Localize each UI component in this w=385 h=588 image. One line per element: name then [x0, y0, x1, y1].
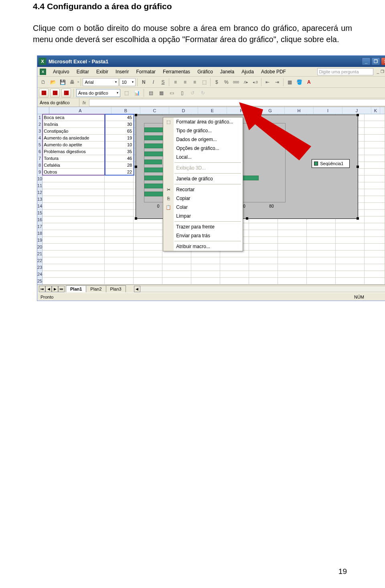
cell[interactable]	[43, 182, 105, 189]
cell[interactable]	[307, 244, 336, 251]
row-header[interactable]: 18	[37, 230, 43, 237]
cell[interactable]	[134, 278, 162, 285]
cell[interactable]	[43, 271, 105, 278]
cell[interactable]: Aumento da ansiedade	[43, 135, 105, 141]
cm-format-area[interactable]: ⬚Formatar área do gráfico...	[163, 117, 243, 126]
cell[interactable]	[162, 251, 191, 257]
tab-nav-first-icon[interactable]: ⏮	[39, 286, 45, 292]
cell[interactable]: Problemas digestivos	[43, 148, 105, 155]
cell[interactable]	[43, 223, 105, 230]
cm-copy[interactable]: ⎘Copiar	[163, 194, 243, 203]
doc-minimize-button[interactable]: _	[377, 69, 379, 74]
by-column-icon[interactable]: ▯	[178, 89, 186, 97]
sheet-tab-plan3[interactable]: Plan3	[106, 285, 126, 292]
row-header[interactable]: 2	[37, 121, 43, 128]
cell[interactable]	[365, 251, 385, 257]
cell[interactable]	[134, 264, 162, 271]
cell[interactable]	[307, 278, 336, 285]
cell[interactable]	[365, 230, 385, 237]
cm-chart-options[interactable]: Opções de gráfico...	[163, 144, 243, 153]
menu-exibir[interactable]: Exibir	[93, 68, 112, 76]
tab-nav-last-icon[interactable]: ⏭	[58, 286, 65, 292]
menu-adobe-pdf[interactable]: Adobe PDF	[257, 68, 290, 76]
row-header[interactable]: 23	[37, 264, 43, 271]
menu-arquivo[interactable]: Arquivo	[49, 68, 73, 76]
cell[interactable]	[43, 244, 105, 251]
sheet-tab-plan2[interactable]: Plan2	[86, 285, 106, 292]
cell[interactable]	[162, 271, 191, 278]
cm-location[interactable]: Local...	[163, 153, 243, 162]
cell[interactable]	[43, 210, 105, 216]
row-header[interactable]: 4	[37, 135, 43, 141]
cell[interactable]	[105, 176, 134, 182]
cell[interactable]: 22	[105, 169, 134, 176]
row-header[interactable]: 22	[37, 257, 43, 264]
font-name-select[interactable]: Arial▾	[83, 78, 119, 86]
thousands-icon[interactable]: 000	[231, 78, 240, 87]
col-header-k[interactable]: K	[371, 107, 380, 114]
bold-icon[interactable]: N	[139, 78, 148, 87]
row-header[interactable]: 7	[37, 155, 43, 162]
chart-legend[interactable]: Seqüência1	[312, 159, 350, 168]
cell[interactable]	[336, 223, 365, 230]
cell[interactable]	[336, 257, 365, 264]
cell[interactable]	[365, 203, 385, 210]
font-size-select[interactable]: 10▾	[120, 78, 136, 86]
workbook-icon[interactable]: X	[40, 69, 46, 75]
menu-inserir[interactable]: Inserir	[112, 68, 132, 76]
cell[interactable]	[134, 237, 162, 244]
cell[interactable]	[43, 176, 105, 182]
cell[interactable]	[307, 251, 336, 257]
cell[interactable]	[336, 271, 365, 278]
cell[interactable]	[365, 278, 385, 285]
cell[interactable]	[365, 196, 385, 203]
row-header[interactable]: 13	[37, 196, 43, 203]
cell[interactable]: 30	[105, 121, 134, 128]
cell[interactable]	[365, 210, 385, 216]
chart-bar[interactable]	[144, 160, 162, 164]
cell[interactable]	[43, 264, 105, 271]
col-header-a[interactable]: A	[49, 107, 111, 114]
cell[interactable]	[43, 216, 105, 223]
col-header-b[interactable]: B	[111, 107, 140, 114]
new-icon[interactable]: 🗋	[39, 78, 48, 87]
menu-formatar[interactable]: Formatar	[132, 68, 159, 76]
row-header[interactable]: 20	[37, 244, 43, 251]
cell[interactable]	[336, 237, 365, 244]
row-header[interactable]: 25	[37, 278, 43, 285]
legend-icon[interactable]: ▤	[146, 89, 155, 97]
minimize-button[interactable]: _	[362, 57, 371, 65]
row-header[interactable]: 3	[37, 128, 43, 135]
cell[interactable]	[43, 237, 105, 244]
cell[interactable]: Aumento do apetite	[43, 141, 105, 148]
cell[interactable]	[365, 141, 385, 148]
cell[interactable]	[249, 264, 278, 271]
align-center-icon[interactable]: ≡	[180, 78, 189, 87]
cell[interactable]	[105, 264, 134, 271]
cell[interactable]	[105, 223, 134, 230]
cell[interactable]	[365, 114, 385, 121]
cell[interactable]	[220, 264, 249, 271]
cell[interactable]	[191, 264, 220, 271]
cell[interactable]	[134, 257, 162, 264]
increase-indent-icon[interactable]: ⇥	[273, 78, 282, 87]
cell[interactable]	[105, 257, 134, 264]
cm-assign-macro[interactable]: Atribuir macro...	[163, 242, 243, 251]
row-header[interactable]: 21	[37, 251, 43, 257]
close-button[interactable]: ✕	[381, 57, 385, 65]
row-header[interactable]: 14	[37, 203, 43, 210]
select-all-button[interactable]	[37, 107, 49, 114]
cell[interactable]	[365, 189, 385, 196]
cell[interactable]: 35	[105, 148, 134, 155]
cell[interactable]	[249, 223, 278, 230]
cell[interactable]	[365, 257, 385, 264]
cell[interactable]	[278, 244, 307, 251]
cm-source-data[interactable]: Dados de origem...	[163, 135, 243, 144]
menu-janela[interactable]: Janela	[217, 68, 238, 76]
chart-type-icon[interactable]: 📊	[132, 89, 141, 97]
cell[interactable]: Tontura	[43, 155, 105, 162]
cm-clear[interactable]: Limpar	[163, 212, 243, 220]
cell[interactable]	[220, 278, 249, 285]
cell[interactable]	[278, 264, 307, 271]
cell[interactable]	[105, 203, 134, 210]
